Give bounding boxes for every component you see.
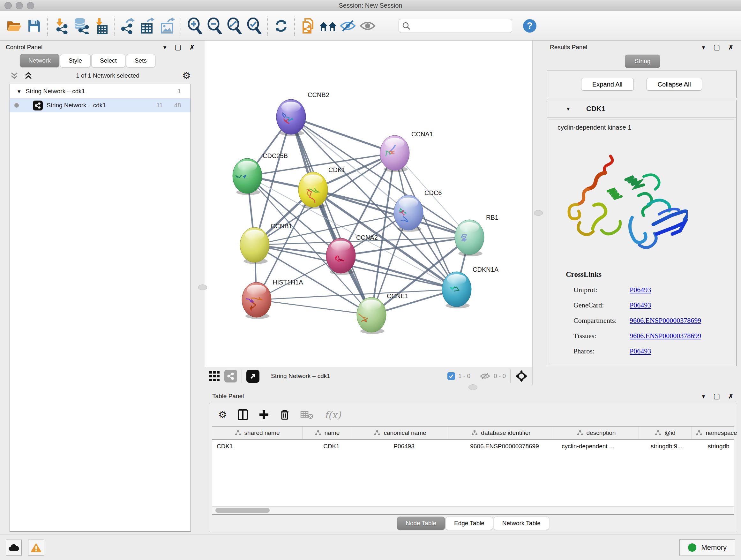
left-splitter[interactable]: [200, 41, 205, 534]
function-builder-icon[interactable]: f(x): [325, 409, 341, 421]
delete-table-icon[interactable]: [300, 410, 314, 420]
node-CCNA1[interactable]: [380, 135, 409, 172]
node-CDKN1A[interactable]: [442, 272, 471, 308]
tab-style[interactable]: Style: [60, 54, 91, 67]
collapse-all-button[interactable]: Collapse All: [647, 78, 702, 91]
tab-edge-table[interactable]: Edge Table: [446, 516, 493, 530]
string-view-icon[interactable]: [224, 370, 237, 382]
show-columns-icon[interactable]: [238, 409, 248, 420]
table-options-gear-icon[interactable]: ⚙: [218, 410, 227, 420]
save-session-button[interactable]: [24, 14, 44, 38]
column-header-shared-name[interactable]: shared name: [212, 427, 302, 439]
crosslink-link[interactable]: P06493: [630, 301, 651, 309]
column-header-namespace[interactable]: namespace: [692, 427, 741, 439]
help-button[interactable]: ?: [520, 14, 540, 38]
toolbar-search[interactable]: [399, 19, 512, 33]
open-session-button[interactable]: [4, 14, 24, 38]
table-cell[interactable]: stringdb: [703, 440, 734, 453]
hidden-eye-icon[interactable]: [480, 372, 490, 381]
table-cell[interactable]: stringdb:9...: [646, 440, 703, 453]
results-tab-string[interactable]: String: [625, 55, 661, 68]
network-row[interactable]: String Network – cdk1 11 48: [10, 98, 191, 112]
column-header-@id[interactable]: @id: [639, 427, 692, 439]
crosslink-link[interactable]: 9606.ENSP00000378699: [630, 332, 701, 340]
panel-menu-icon[interactable]: ▾: [702, 393, 705, 400]
detach-view-icon[interactable]: [246, 370, 259, 383]
node-RB1[interactable]: [455, 220, 484, 256]
splitter-grip[interactable]: [468, 384, 477, 390]
crosslink-link[interactable]: P06493: [630, 286, 651, 294]
import-network-file-button[interactable]: [51, 14, 71, 38]
table-cell[interactable]: 9606.ENSP00000378699: [452, 440, 557, 453]
show-all-button[interactable]: [358, 14, 378, 38]
warnings-button[interactable]: [28, 540, 44, 556]
table-row[interactable]: CDK1CDK1P064939606.ENSP00000378699cyclin…: [212, 440, 734, 453]
zoom-fit-button[interactable]: [224, 14, 244, 38]
export-network-button[interactable]: [118, 14, 138, 38]
splitter-grip[interactable]: [198, 285, 207, 290]
hide-selected-button[interactable]: [338, 14, 358, 38]
network-canvas[interactable]: CCNB2CCNA1CDC25BCDK1CDC6RB1CCNB1CCNA2CDK…: [205, 41, 532, 367]
edge-CCNB2-CCNE1[interactable]: [291, 117, 372, 315]
tab-select[interactable]: Select: [91, 54, 125, 67]
export-image-button[interactable]: [158, 14, 178, 38]
network-collection-row[interactable]: ▾ String Network – cdk1 1: [10, 84, 191, 98]
table-cell[interactable]: CDK1: [307, 440, 356, 453]
node-CDC6[interactable]: [394, 195, 423, 232]
string-home-button[interactable]: [318, 14, 338, 38]
column-header-database-identifier[interactable]: database identifier: [448, 427, 554, 439]
delete-column-icon[interactable]: [280, 409, 289, 420]
table-cell[interactable]: cyclin-dependent ...: [557, 440, 646, 453]
splitter-grip[interactable]: [534, 210, 543, 216]
search-input[interactable]: [410, 22, 498, 29]
memory-button[interactable]: Memory: [679, 539, 735, 556]
node-CCNE1[interactable]: [357, 297, 386, 334]
node-CDC25B[interactable]: [232, 159, 262, 195]
network-options-gear-icon[interactable]: ⚙: [182, 71, 191, 80]
section-expander-icon[interactable]: ▾: [567, 105, 569, 112]
table-cell[interactable]: CDK1: [212, 440, 307, 453]
horizontal-splitter[interactable]: [205, 385, 741, 389]
zoom-in-button[interactable]: [185, 14, 205, 38]
edge-HIST1H1A-CCNE1[interactable]: [257, 300, 372, 315]
tab-node-table[interactable]: Node Table: [397, 516, 445, 530]
scrollbar-thumb[interactable]: [215, 508, 270, 513]
node-CDK1[interactable]: [298, 172, 328, 209]
table-horizontal-scrollbar[interactable]: [212, 506, 734, 514]
expand-all-button[interactable]: Expand All: [581, 78, 634, 91]
panel-close-icon[interactable]: ✗: [728, 393, 733, 400]
zoom-selected-button[interactable]: [244, 14, 264, 38]
export-table-button[interactable]: [138, 14, 158, 38]
import-network-database-button[interactable]: [71, 14, 91, 38]
panel-close-icon[interactable]: ✗: [190, 44, 195, 51]
panel-float-icon[interactable]: ▢: [713, 392, 720, 400]
import-table-file-button[interactable]: [91, 14, 111, 38]
collapse-all-icon[interactable]: [10, 71, 19, 80]
panel-float-icon[interactable]: ▢: [713, 43, 720, 51]
collection-expander-icon[interactable]: ▾: [17, 88, 21, 95]
panel-close-icon[interactable]: ✗: [728, 44, 733, 51]
tab-sets[interactable]: Sets: [126, 54, 155, 67]
crosslink-link[interactable]: 9606.ENSP00000378699: [630, 316, 701, 325]
cloud-button[interactable]: [6, 540, 22, 556]
column-header-canonical-name[interactable]: canonical name: [352, 427, 448, 439]
zoom-out-button[interactable]: [205, 14, 224, 38]
edge-CCNB2-CCNA1[interactable]: [291, 117, 395, 153]
panel-float-icon[interactable]: ▢: [175, 43, 181, 51]
tab-network[interactable]: Network: [20, 54, 59, 67]
pan-crosshair-icon[interactable]: [515, 370, 528, 382]
table-cell[interactable]: P06493: [356, 440, 452, 453]
crosslink-link[interactable]: P06493: [630, 347, 651, 355]
expand-all-icon[interactable]: [23, 71, 33, 80]
apply-layout-button[interactable]: [271, 14, 291, 38]
right-splitter[interactable]: [533, 41, 544, 385]
add-column-icon[interactable]: [259, 410, 269, 420]
column-header-name[interactable]: name: [302, 427, 352, 439]
grid-view-icon[interactable]: [209, 371, 220, 381]
protein-section-header[interactable]: ▾ CDK1: [547, 100, 736, 118]
column-header-description[interactable]: description: [554, 427, 639, 439]
panel-menu-icon[interactable]: ▾: [702, 44, 705, 51]
documents-button[interactable]: [298, 14, 318, 38]
selected-checkbox-icon[interactable]: [448, 372, 455, 380]
node-HIST1H1A[interactable]: [242, 282, 271, 319]
